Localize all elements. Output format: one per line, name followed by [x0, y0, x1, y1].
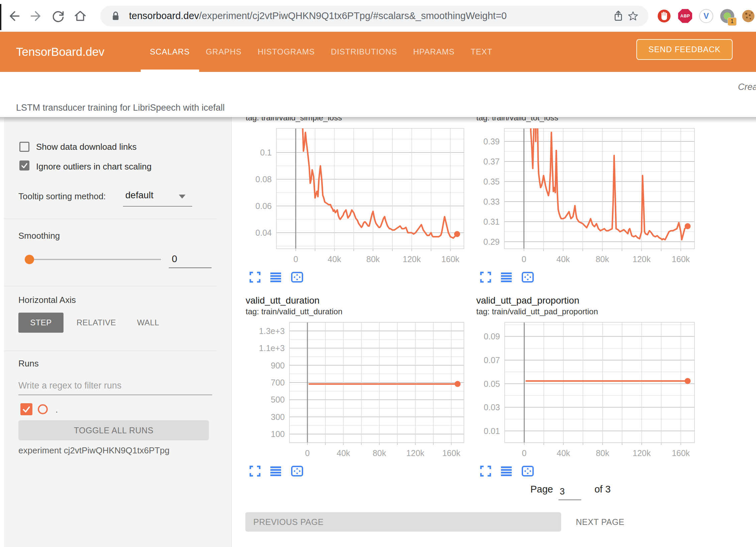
toggle-all-runs-button[interactable]: TOGGLE ALL RUNS — [18, 420, 209, 440]
chart-tag: tag: train/valid_utt_duration — [242, 306, 472, 317]
runs-selector-icon[interactable] — [500, 271, 512, 283]
scalar-chart[interactable]: 1003005007009001.1e+31.3e+3040k80k120k16… — [242, 317, 472, 461]
runs-label: Runs — [18, 358, 39, 369]
smoothing-slider-track[interactable] — [29, 259, 161, 260]
vimium-extension-icon[interactable]: V — [699, 9, 713, 23]
run-name-label: . — [55, 405, 58, 415]
abp-extension-icon[interactable]: ABP — [678, 9, 692, 23]
tab-scalars[interactable]: SCALARS — [142, 32, 198, 72]
bookmark-star-icon[interactable] — [626, 9, 640, 23]
charts-grid: valid_simple_loss tag: train/valid_simpl… — [242, 117, 756, 481]
send-feedback-button[interactable]: SEND FEEDBACK — [636, 39, 733, 60]
adblocker-hand-icon[interactable] — [657, 9, 671, 23]
svg-text:100: 100 — [271, 429, 285, 439]
tab-distributions[interactable]: DISTRIBUTIONS — [323, 32, 405, 72]
chart-toolbar — [242, 461, 472, 481]
nav-tabs: SCALARS GRAPHS HISTOGRAMS DISTRIBUTIONS … — [142, 32, 501, 72]
svg-text:40k: 40k — [328, 254, 341, 264]
vimium-label: V — [704, 11, 709, 21]
smoothing-value-input[interactable]: 0 — [172, 253, 177, 264]
svg-text:0.29: 0.29 — [483, 237, 500, 246]
fullscreen-icon[interactable] — [249, 465, 261, 477]
tab-histograms[interactable]: HISTOGRAMS — [250, 32, 323, 72]
url-path: /experiment/cj2vtPiwQHKN9Q1tx6PTpg/#scal… — [199, 10, 507, 21]
svg-text:0.33: 0.33 — [483, 197, 500, 206]
pan-zoom-icon[interactable] — [521, 465, 534, 477]
dropdown-underline — [123, 206, 192, 207]
svg-text:0.39: 0.39 — [483, 137, 500, 146]
previous-page-button[interactable]: PREVIOUS PAGE — [245, 512, 561, 532]
axis-relative-button[interactable]: RELATIVE — [75, 318, 118, 328]
app-logo: TensorBoard.dev — [16, 32, 105, 72]
runs-selector-icon[interactable] — [270, 465, 282, 477]
runs-selector-icon[interactable] — [500, 465, 512, 477]
home-button[interactable] — [72, 8, 88, 24]
charts-panel: valid_simple_loss tag: train/valid_simpl… — [232, 117, 756, 547]
chart-tag: tag: train/valid_simple_loss — [242, 117, 472, 123]
home-icon — [73, 9, 88, 23]
page-number-input[interactable]: 3 — [558, 486, 581, 500]
svg-text:0.09: 0.09 — [484, 332, 500, 341]
svg-text:700: 700 — [271, 378, 285, 387]
scalar-chart[interactable]: 0.040.060.080.1040k80k120k160k — [242, 123, 472, 267]
url-domain: tensorboard.dev — [129, 10, 199, 21]
svg-text:120k: 120k — [403, 254, 421, 264]
chevron-down-icon[interactable] — [179, 195, 185, 199]
svg-text:40k: 40k — [556, 254, 570, 264]
tab-hparams[interactable]: HPARAMS — [405, 32, 463, 72]
run-checkbox[interactable] — [20, 403, 32, 415]
chart-toolbar — [472, 461, 703, 481]
svg-text:0: 0 — [522, 448, 527, 458]
svg-text:160k: 160k — [672, 448, 690, 458]
reload-button[interactable] — [50, 8, 66, 24]
profile-extension-icon[interactable]: 1 — [720, 9, 734, 23]
next-page-button[interactable]: NEXT PAGE — [574, 517, 626, 527]
scalar-chart[interactable]: 0.010.030.050.070.09040k80k120k160k — [472, 317, 703, 461]
page-buttons: PREVIOUS PAGE NEXT PAGE — [245, 512, 756, 532]
chart-tag: tag: train/valid_utt_pad_proportion — [472, 306, 703, 317]
svg-text:80k: 80k — [596, 254, 609, 264]
svg-text:80k: 80k — [596, 448, 610, 458]
fullscreen-icon[interactable] — [480, 465, 492, 477]
axis-step-button[interactable]: STEP — [18, 313, 64, 333]
smoothing-slider-thumb[interactable] — [25, 255, 34, 264]
scalar-chart[interactable]: 0.290.310.330.350.370.39040k80k120k160k — [472, 123, 703, 267]
runs-filter-underline — [18, 395, 212, 395]
tab-graphs[interactable]: GRAPHS — [198, 32, 250, 72]
fullscreen-icon[interactable] — [249, 271, 261, 283]
pan-zoom-icon[interactable] — [521, 271, 534, 283]
abp-label: ABP — [680, 13, 690, 18]
divider — [4, 219, 217, 219]
svg-text:0.03: 0.03 — [484, 403, 500, 412]
ignore-outliers-checkbox[interactable] — [19, 160, 29, 171]
tab-text[interactable]: TEXT — [463, 32, 500, 72]
forward-button[interactable] — [28, 8, 44, 24]
page-of-label: of 3 — [595, 484, 611, 495]
tooltip-sorting-dropdown[interactable]: default — [125, 190, 153, 201]
tooltip-sorting-label: Tooltip sorting method: — [18, 191, 106, 202]
pan-zoom-icon[interactable] — [290, 271, 304, 283]
share-icon[interactable] — [611, 9, 626, 23]
runs-filter-input[interactable]: Write a regex to filter runs — [18, 380, 122, 391]
svg-text:0.37: 0.37 — [483, 157, 500, 166]
window-edge — [0, 4, 1, 30]
axis-wall-button[interactable]: WALL — [135, 318, 161, 328]
check-icon — [21, 162, 28, 169]
svg-text:0.35: 0.35 — [483, 177, 500, 186]
svg-text:0.08: 0.08 — [255, 175, 272, 184]
svg-text:80k: 80k — [373, 448, 386, 458]
run-color-swatch[interactable] — [38, 404, 48, 414]
cookie-extension-icon[interactable] — [741, 9, 755, 23]
runs-selector-icon[interactable] — [270, 271, 282, 283]
profile-badge: 1 — [728, 17, 737, 26]
url-bar[interactable]: tensorboard.dev/experiment/cj2vtPiwQHKN9… — [100, 6, 648, 26]
chart-card-valid-utt-pad-proportion: valid_utt_pad_proportion tag: train/vali… — [472, 293, 703, 481]
back-button[interactable] — [6, 8, 22, 24]
divider — [4, 351, 217, 351]
experiment-description: LSTM transducer training for LibriSpeech… — [16, 103, 225, 113]
fullscreen-icon[interactable] — [480, 271, 492, 283]
svg-text:500: 500 — [271, 395, 285, 404]
show-download-links-checkbox[interactable] — [19, 142, 29, 152]
pan-zoom-icon[interactable] — [290, 465, 304, 477]
svg-text:0.07: 0.07 — [484, 355, 500, 365]
